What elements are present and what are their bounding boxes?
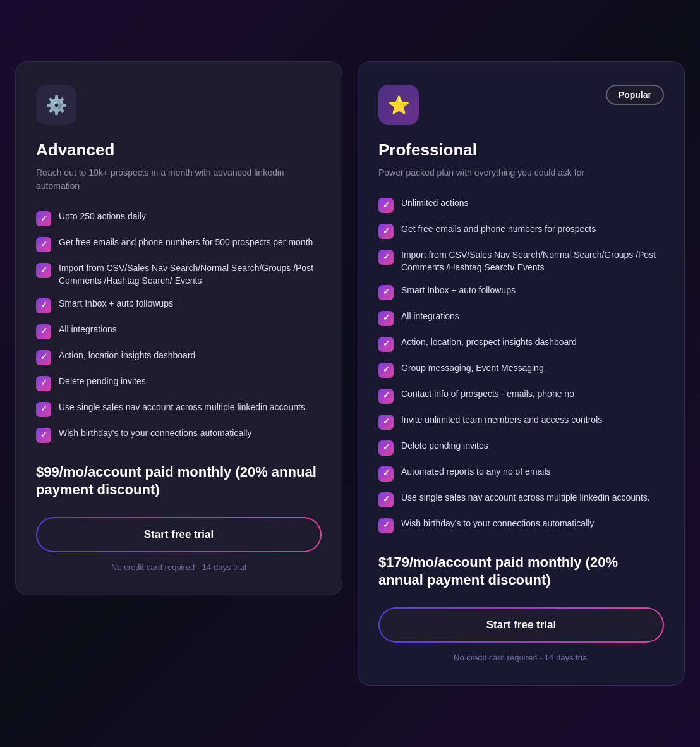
check-icon [378,415,394,430]
feature-text: Group messaging, Event Messaging [401,362,544,375]
professional-plan-price: $179/mo/account paid monthly (20% annual… [378,554,664,590]
list-item: Import from CSV/Sales Nav Search/Normal … [378,249,664,274]
plans-container: ⚙️ Advanced Reach out to 10k+ prospects … [15,61,685,685]
list-item: Wish birthday's to your connections auto… [378,518,664,533]
professional-plan-icon: ⭐ [378,85,419,125]
professional-plan-description: Power packed plan with everything you co… [378,166,664,179]
feature-text: Automated reports to any no of emails [401,466,551,478]
feature-text: Invite unlimited team members and access… [401,414,602,427]
check-icon [378,363,394,378]
feature-text: Unlimited actions [401,197,469,210]
list-item: Get free emails and phone numbers for 50… [36,236,322,252]
check-icon [378,285,394,300]
check-icon [378,389,394,404]
list-item: Smart Inbox + auto followups [36,298,322,313]
list-item: Import from CSV/Sales Nav Search/Normal … [36,262,322,287]
check-icon [36,350,51,365]
professional-features-list: Unlimited actionsGet free emails and pho… [378,197,664,533]
feature-text: Delete pending invites [59,375,146,388]
check-icon [36,263,51,278]
check-icon [378,250,394,265]
advanced-plan-card: ⚙️ Advanced Reach out to 10k+ prospects … [15,61,342,595]
check-icon [378,440,394,456]
list-item: Contact info of prospects - emails, phon… [378,388,664,404]
feature-text: Upto 250 actions daily [59,210,146,223]
check-icon [378,337,394,352]
list-item: Use single sales nav account across mult… [36,401,322,417]
advanced-features-list: Upto 250 actions dailyGet free emails an… [36,210,322,442]
check-icon [36,402,51,417]
list-item: Invite unlimited team members and access… [378,414,664,430]
professional-no-credit-text: No credit card required - 14 days trial [378,653,664,662]
feature-text: Action, location, prospect insights dash… [401,336,577,349]
feature-text: All integrations [59,324,117,336]
feature-text: Action, location insights dashboard [59,349,195,362]
professional-plan-name: Professional [378,140,664,160]
feature-text: Get free emails and phone numbers for pr… [401,223,596,236]
advanced-cta-wrapper: Start free trial [36,517,322,552]
advanced-plan-price: $99/mo/account paid monthly (20% annual … [36,463,322,499]
list-item: Get free emails and phone numbers for pr… [378,223,664,239]
list-item: Group messaging, Event Messaging [378,362,664,378]
list-item: Action, location insights dashboard [36,349,322,365]
list-item: All integrations [36,324,322,339]
feature-text: Contact info of prospects - emails, phon… [401,388,574,401]
check-icon [378,466,394,482]
check-icon [378,518,394,533]
list-item: Unlimited actions [378,197,664,213]
popular-badge: Popular [606,85,664,105]
check-icon [378,198,394,213]
list-item: All integrations [378,310,664,326]
advanced-no-credit-text: No credit card required - 14 days trial [36,562,322,572]
check-icon [36,211,51,226]
list-item: Use single sales nav account across mult… [378,492,664,507]
check-icon [378,492,394,507]
check-icon [36,237,51,252]
list-item: Automated reports to any no of emails [378,466,664,482]
feature-text: Import from CSV/Sales Nav Search/Normal … [59,262,322,287]
check-icon [36,298,51,313]
feature-text: Delete pending invites [401,440,488,452]
feature-text: Use single sales nav account across mult… [401,492,650,504]
check-icon [378,311,394,326]
star-icon: ⭐ [388,95,410,116]
feature-text: All integrations [401,310,459,323]
feature-text: Wish birthday's to your connections auto… [59,427,251,440]
check-icon [36,324,51,339]
advanced-plan-name: Advanced [36,140,322,160]
advanced-start-trial-button[interactable]: Start free trial [37,518,320,551]
feature-text: Smart Inbox + auto followups [59,298,173,310]
gear-icon: ⚙️ [45,95,68,116]
list-item: Upto 250 actions daily [36,210,322,226]
list-item: Smart Inbox + auto followups [378,284,664,300]
feature-text: Use single sales nav account across mult… [59,401,308,414]
list-item: Delete pending invites [378,440,664,456]
list-item: Action, location, prospect insights dash… [378,336,664,352]
advanced-plan-icon: ⚙️ [36,85,76,125]
feature-text: Get free emails and phone numbers for 50… [59,236,313,249]
list-item: Wish birthday's to your connections auto… [36,427,322,443]
feature-text: Smart Inbox + auto followups [401,284,516,297]
professional-cta-wrapper: Start free trial [378,607,664,643]
feature-text: Import from CSV/Sales Nav Search/Normal … [401,249,664,274]
professional-plan-card: ⭐ Popular Professional Power packed plan… [358,61,685,685]
feature-text: Wish birthday's to your connections auto… [401,518,594,530]
advanced-plan-description: Reach out to 10k+ prospects in a month w… [36,166,322,193]
professional-start-trial-button[interactable]: Start free trial [380,609,663,641]
check-icon [378,224,394,239]
list-item: Delete pending invites [36,375,322,391]
check-icon [36,376,51,391]
check-icon [36,428,51,443]
